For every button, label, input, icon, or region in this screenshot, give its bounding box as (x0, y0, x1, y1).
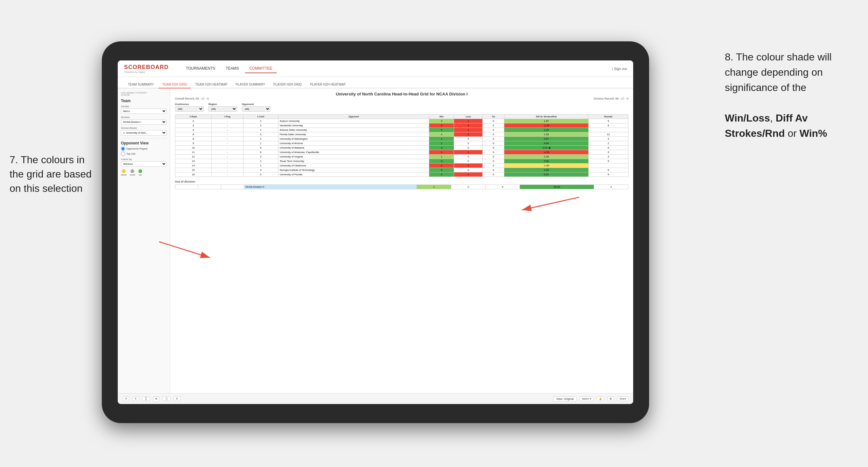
filter-conference: Conference (All) (175, 103, 204, 112)
radio-top100[interactable]: Top 100 (121, 152, 167, 156)
cell-conf: 1 (243, 128, 278, 132)
out-diff: 26.00 (520, 185, 594, 189)
watch-btn[interactable]: Watch ▾ (580, 396, 593, 401)
cell-win: 0 (429, 163, 454, 168)
cell-win: 3 (429, 146, 454, 150)
sub-nav-team-h2h-heatmap[interactable]: TEAM H2H HEATMAP (191, 81, 231, 88)
cell-diff: 2.61 ◀ (504, 146, 589, 150)
sign-out-link[interactable]: | Sign out (612, 67, 627, 71)
cell-rank: 12 (175, 155, 212, 159)
sidebar-gender-select[interactable]: Men's (121, 108, 167, 114)
cell-tie: 0 (483, 141, 504, 146)
cell-opponent: University of Arizona (278, 141, 429, 146)
table-row: 3 - 2 Vanderbilt University 0 4 0 -2.29 … (175, 123, 628, 128)
legend-down-dot (122, 169, 126, 173)
cell-rounds: 3 (588, 155, 628, 159)
cell-conf: 2 (243, 137, 278, 141)
cell-conf: 1 (243, 163, 278, 168)
redo-btn[interactable]: ↻ (132, 396, 139, 401)
sub-nav-player-summary[interactable]: PLAYER SUMMARY (232, 81, 269, 88)
annotation-left: 7. The colours in the grid are based on … (9, 153, 99, 195)
view-btn[interactable]: View: Original (553, 396, 577, 402)
thumbs-btn[interactable]: 👍 (597, 396, 604, 401)
nav-committee[interactable]: COMMITTEE (245, 64, 277, 73)
cell-loss: 0 (454, 141, 483, 146)
table-row: 2 - 1 Auburn University 2 1 0 1.67 9 (175, 119, 628, 123)
cell-tie: 0 (483, 128, 504, 132)
nav-teams[interactable]: TEAMS (221, 64, 243, 73)
paste-btn[interactable]: 📋 (163, 396, 170, 401)
sub-nav-team-h2h-grid[interactable]: TEAM H2H GRID (158, 81, 191, 88)
out-rounds: 3 (594, 185, 628, 189)
cell-rounds: 9 (588, 168, 628, 173)
table-row: 13 - 1 Texas Tech University 3 0 0 5.56 … (175, 159, 628, 163)
sidebar-school-select[interactable]: 1. University of Nort... (121, 130, 167, 135)
main-content: Last Updated: 27/03/2024 16:55:38 Team G… (118, 88, 633, 393)
cell-reg: - (212, 128, 243, 132)
filter-opponent: Opponent (All) (242, 103, 271, 112)
sub-nav-player-h2h-grid[interactable]: PLAYER H2H GRID (270, 81, 306, 88)
cell-win: 5 (429, 128, 454, 132)
cell-opponent: University of Oklahoma (278, 163, 429, 168)
logo-title: SCOREBOARD (124, 64, 168, 71)
cell-loss: 1 (454, 150, 483, 155)
cell-opponent: Florida State University (278, 132, 429, 137)
cell-loss: 0 (454, 168, 483, 173)
table-row: 8 - 2 University of Washington 1 0 0 3.6… (175, 137, 628, 141)
out-division: NCAA Division II (244, 185, 417, 189)
cell-loss: 1 (454, 128, 483, 132)
cell-opponent: Vanderbilt University (278, 123, 429, 128)
cell-rounds: 12 (588, 132, 628, 137)
cell-opponent: Georgia Institute of Technology (278, 168, 429, 173)
sidebar-colour-by-select[interactable]: Win/loss (121, 161, 167, 167)
cell-win: 1 (429, 155, 454, 159)
cell-tie: 0 (483, 123, 504, 128)
col-conf: # Conf (243, 115, 278, 119)
share-btn[interactable]: Share (617, 396, 628, 401)
cell-diff: 1.67 (504, 119, 589, 123)
grid-title: University of North Carolina Head-to-Hea… (175, 92, 628, 96)
timer-btn[interactable]: ⏱ (174, 396, 180, 401)
legend-up-dot (138, 169, 142, 173)
out-of-division-table: NCAA Division II 1 0 0 26.00 3 (175, 185, 628, 189)
cell-rank: 6 (175, 132, 212, 137)
opponent-select[interactable]: (All) (242, 106, 271, 112)
sidebar-team-title: Team (121, 99, 167, 103)
cell-diff: 5.56 (504, 159, 589, 163)
cell-conf: 1 (243, 159, 278, 163)
cell-conf: 3 (243, 155, 278, 159)
nav-items: TOURNAMENTS TEAMS COMMITTEE (181, 64, 602, 73)
nav-tournaments[interactable]: TOURNAMENTS (181, 64, 220, 73)
cell-conf: 5 (243, 146, 278, 150)
conference-select[interactable]: (All) (175, 106, 204, 112)
cell-diff: 9.00 (504, 141, 589, 146)
cell-reg: - (212, 173, 243, 177)
sidebar-opponent-view-title: Opponent View (121, 141, 167, 145)
logo-area: SCOREBOARD Powered by clippd (124, 64, 168, 73)
cell-opponent: University of Florida (278, 173, 429, 177)
out-tie: 0 (486, 185, 520, 189)
col-opponent: Opponent (278, 115, 429, 119)
undo-btn[interactable]: ↺ (123, 396, 129, 401)
cell-opponent: Arizona State University (278, 128, 429, 132)
region-select[interactable]: (All) (209, 106, 237, 112)
grid-btn[interactable]: ⊞ (608, 396, 614, 401)
history-btn[interactable]: ⌛ (142, 396, 150, 401)
cell-reg: - (212, 132, 243, 137)
legend-level: Level (130, 169, 135, 176)
cell-reg: - (212, 150, 243, 155)
sub-nav-player-h2h-heatmap[interactable]: PLAYER H2H HEATMAP (306, 81, 350, 88)
cell-diff: 6.62 (504, 173, 589, 177)
cell-rounds: 3 (588, 137, 628, 141)
radio-opponents-played[interactable]: Opponents Played (121, 147, 167, 151)
sidebar-division-select[interactable]: NCAA Division I (121, 119, 167, 125)
table-row: 14 - 1 University of Oklahoma 0 1 0 -1.0… (175, 163, 628, 168)
data-table: # Rank # Reg # Conf Opponent Win Loss Ti… (175, 114, 628, 177)
cell-reg: - (212, 168, 243, 173)
cell-rank: 4 (175, 128, 212, 132)
cell-rank: 2 (175, 119, 212, 123)
sub-nav-team-summary[interactable]: TEAM SUMMARY (124, 81, 158, 88)
copy-btn[interactable]: ⧉ (153, 396, 159, 402)
sidebar-colour-by-label: Colour by (121, 158, 167, 161)
cell-win: 1 (429, 137, 454, 141)
